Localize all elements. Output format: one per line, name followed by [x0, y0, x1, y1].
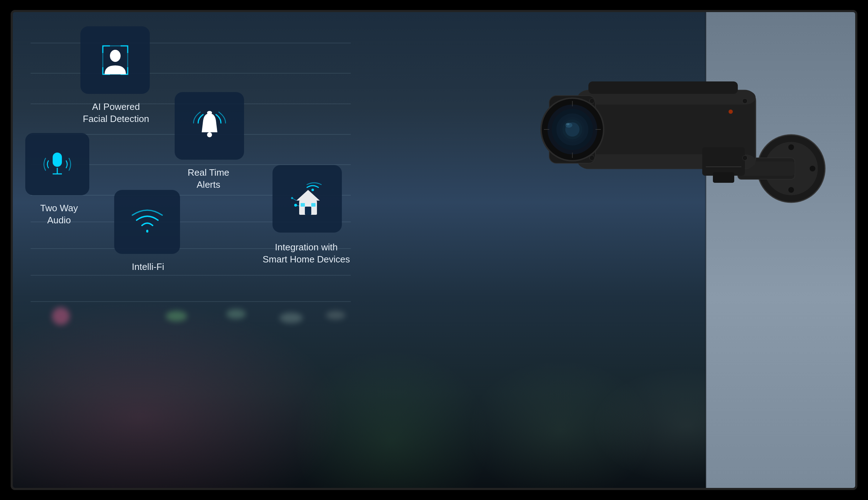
- svg-rect-45: [311, 203, 316, 207]
- two-way-audio-card: [25, 133, 89, 195]
- svg-point-2: [788, 144, 794, 150]
- smart-home-label: Integration with Smart Home Devices: [255, 241, 358, 266]
- bokeh-5: [326, 311, 345, 320]
- svg-point-19: [742, 155, 747, 160]
- bokeh-1: [52, 307, 70, 325]
- ai-facial-label: AI Powered Facial Detection: [70, 101, 162, 125]
- intelli-fi-label: Intelli-Fi: [112, 261, 184, 273]
- two-way-audio-label: Two Way Audio: [23, 202, 95, 227]
- svg-rect-14: [588, 81, 738, 94]
- svg-point-18: [742, 99, 747, 103]
- svg-rect-11: [702, 147, 745, 176]
- ai-facial-card: [80, 26, 150, 94]
- bokeh-4: [280, 313, 303, 323]
- smart-home-icon: [279, 177, 335, 220]
- svg-point-16: [589, 99, 594, 103]
- ai-facial-icon: [87, 38, 143, 82]
- svg-point-38: [207, 132, 212, 137]
- smart-home-card: [272, 165, 342, 233]
- svg-point-40: [312, 189, 314, 191]
- svg-point-5: [810, 166, 815, 171]
- intelli-fi-card: [114, 190, 180, 254]
- svg-marker-42: [296, 190, 320, 201]
- svg-point-33: [729, 110, 733, 114]
- real-time-alerts-icon: [181, 104, 238, 148]
- intelli-fi-icon: [121, 201, 174, 242]
- bokeh-3: [226, 309, 246, 319]
- svg-line-49: [292, 198, 296, 201]
- bokeh-2: [166, 311, 187, 321]
- two-way-audio-icon: [32, 144, 83, 184]
- svg-rect-43: [305, 207, 311, 215]
- svg-rect-12: [713, 172, 734, 183]
- main-screen: AI Powered Facial Detection Two Way Audi…: [11, 10, 857, 490]
- svg-point-3: [788, 187, 794, 193]
- camera-container: [507, 19, 827, 268]
- svg-rect-39: [207, 111, 212, 115]
- svg-rect-36: [53, 153, 62, 167]
- svg-rect-44: [301, 203, 305, 207]
- real-time-alerts-card: [175, 92, 244, 160]
- svg-point-35: [110, 50, 121, 62]
- svg-point-17: [589, 155, 594, 160]
- svg-point-28: [566, 123, 570, 125]
- real-time-alerts-label: Real Time Alerts: [176, 167, 240, 191]
